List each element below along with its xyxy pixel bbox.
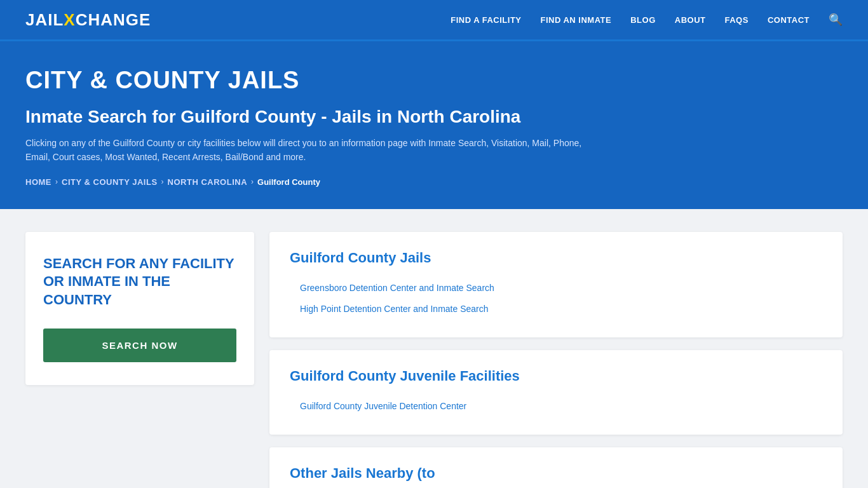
search-icon-button[interactable]: 🔍 [829,13,843,27]
left-panel: SEARCH FOR ANY FACILITY OR INMATE IN THE… [25,232,254,488]
other-jails-title: Other Jails Nearby (to [290,465,822,482]
logo-jail: JAIL [25,10,64,30]
search-box-title: SEARCH FOR ANY FACILITY OR INMATE IN THE… [43,255,236,309]
main-nav: FIND A FACILITY FIND AN INMATE BLOG ABOU… [451,13,843,27]
breadcrumb-sep-2: › [161,177,164,186]
guilford-juvenile-detention-link[interactable]: Guilford County Juvenile Detention Cente… [290,396,822,417]
nav-faqs[interactable]: FAQs [725,15,749,25]
search-box: SEARCH FOR ANY FACILITY OR INMATE IN THE… [25,232,254,385]
guilford-county-juvenile-title: Guilford County Juvenile Facilities [290,368,822,384]
nav-find-inmate[interactable]: FIND AN INMATE [541,15,612,25]
page-subtitle: Inmate Search for Guilford County - Jail… [25,107,843,127]
guilford-county-jails-title: Guilford County Jails [290,250,822,266]
site-logo[interactable]: JAILXCHANGE [25,10,151,30]
site-header: JAILXCHANGE FIND A FACILITY FIND AN INMA… [0,0,868,41]
nav-about[interactable]: ABOUT [675,15,706,25]
nav-find-facility[interactable]: FIND A FACILITY [451,15,521,25]
breadcrumb-home[interactable]: Home [25,177,51,187]
nav-blog[interactable]: BLOG [630,15,656,25]
high-point-detention-link[interactable]: High Point Detention Center and Inmate S… [290,299,822,320]
search-now-button[interactable]: SEARCH NOW [43,329,236,362]
right-panel: Guilford County Jails Greensboro Detenti… [269,232,843,488]
main-content: SEARCH FOR ANY FACILITY OR INMATE IN THE… [0,209,868,488]
hero-description: Clicking on any of the Guilford County o… [25,136,597,165]
logo-exchange: CHANGE [76,10,151,30]
breadcrumb: Home › City & County Jails › North Carol… [25,177,843,187]
guilford-county-juvenile-card: Guilford County Juvenile Facilities Guil… [269,350,843,435]
page-title: CITY & COUNTY JAILS [25,67,843,94]
nav-contact[interactable]: CONTACT [768,15,810,25]
logo-x: X [64,10,75,30]
breadcrumb-sep-1: › [55,177,58,186]
other-jails-card: Other Jails Nearby (to [269,447,843,488]
hero-section: CITY & COUNTY JAILS Inmate Search for Gu… [0,41,868,209]
breadcrumb-current: Guilford County [257,177,320,187]
breadcrumb-north-carolina[interactable]: North Carolina [168,177,247,187]
guilford-county-jails-card: Guilford County Jails Greensboro Detenti… [269,232,843,337]
breadcrumb-sep-3: › [251,177,254,186]
greensboro-detention-link[interactable]: Greensboro Detention Center and Inmate S… [290,278,822,299]
breadcrumb-city-county-jails[interactable]: City & County Jails [62,177,158,187]
